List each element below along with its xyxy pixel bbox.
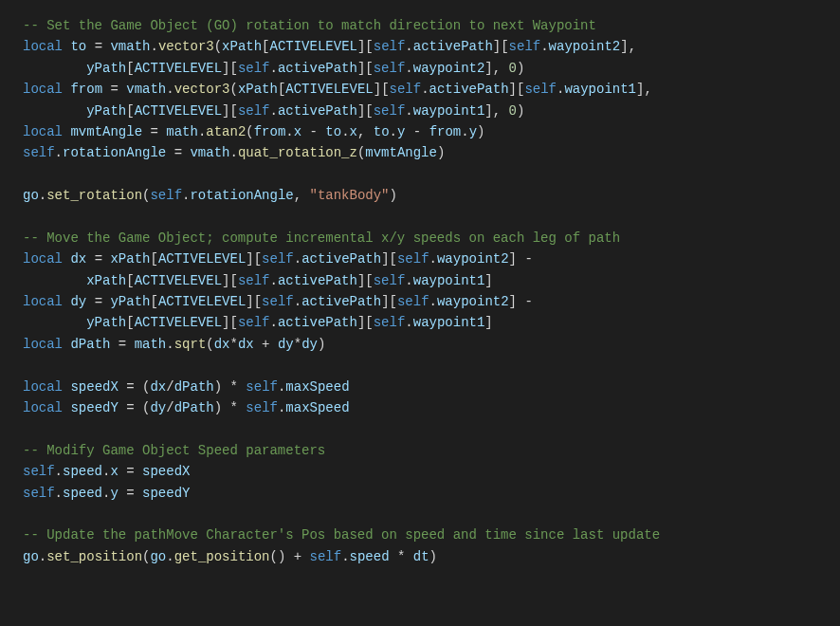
code-line: local from = vmath.vector3(xPath[ACTIVEL…	[23, 79, 817, 100]
code-line: -- Modify Game Object Speed parameters	[23, 440, 817, 461]
code-line: local to = vmath.vector3(xPath[ACTIVELEV…	[23, 36, 817, 57]
code-line: local speedX = (dx/dPath) * self.maxSpee…	[23, 377, 817, 397]
comment: -- Move the Game Object; compute increme…	[23, 230, 620, 246]
code-line	[23, 504, 817, 525]
code-line	[23, 418, 817, 439]
code-line: go.set_rotation(self.rotationAngle, "tan…	[23, 185, 817, 206]
obj: vmath	[110, 39, 150, 54]
code-line: xPath[ACTIVELEVEL][self.activePath][self…	[23, 270, 817, 291]
code-line: yPath[ACTIVELEVEL][self.activePath][self…	[23, 58, 817, 79]
var: to	[70, 39, 86, 54]
func: vector3	[158, 39, 214, 54]
code-line: self.speed.x = speedX	[23, 461, 817, 482]
code-line	[23, 207, 817, 228]
code-line	[23, 355, 817, 376]
code-line: go.set_position(go.get_position() + self…	[23, 546, 817, 567]
code-line: local speedY = (dy/dPath) * self.maxSpee…	[23, 397, 817, 418]
code-line: local dx = xPath[ACTIVELEVEL][self.activ…	[23, 249, 817, 269]
code-line: -- Move the Game Object; compute increme…	[23, 228, 817, 249]
code-line: yPath[ACTIVELEVEL][self.activePath][self…	[23, 312, 817, 333]
code-line: -- Update the pathMove Character's Pos b…	[23, 525, 817, 545]
keyword: local	[23, 39, 63, 54]
code-line: -- Set the Game Object (GO) rotation to …	[23, 15, 817, 36]
code-line	[23, 164, 817, 185]
comment: -- Modify Game Object Speed parameters	[23, 443, 325, 458]
code-line: yPath[ACTIVELEVEL][self.activePath][self…	[23, 101, 817, 121]
code-line: local dPath = math.sqrt(dx*dx + dy*dy)	[23, 334, 817, 355]
code-line: self.speed.y = speedY	[23, 483, 817, 504]
code-line: local dy = yPath[ACTIVELEVEL][self.activ…	[23, 291, 817, 312]
comment: -- Set the Game Object (GO) rotation to …	[23, 18, 596, 33]
comment: -- Update the pathMove Character's Pos b…	[23, 527, 660, 543]
code-block: -- Set the Game Object (GO) rotation to …	[23, 15, 817, 567]
code-line: self.rotationAngle = vmath.quat_rotation…	[23, 142, 817, 163]
code-line: local mvmtAngle = math.atan2(from.x - to…	[23, 121, 817, 142]
